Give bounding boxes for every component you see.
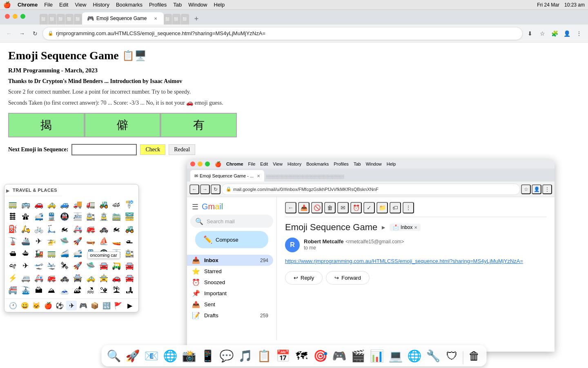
emoji-item[interactable]: 🚢 [20, 236, 31, 247]
dock-chrome[interactable]: 🌐 [406, 347, 423, 364]
menubar-help[interactable]: Help [214, 2, 225, 8]
address-bar[interactable]: 🔒 rjmprogramming.com.au/HTMLCSS/emoji_se… [42, 27, 523, 40]
emoji-item[interactable]: 🚏 [124, 199, 135, 210]
menubar-tab[interactable]: Tab [173, 2, 182, 8]
other-tab-2[interactable]: ⬜ [48, 14, 56, 25]
emoji-item[interactable]: 🛰 [59, 260, 70, 272]
emoji-item[interactable]: 🏞 [124, 285, 135, 296]
gmail-active-tab[interactable]: ✉ Emoji Sequence Game - ... ✕ [190, 170, 264, 182]
gmail-menubar-chrome[interactable]: Chrome [226, 162, 243, 166]
emoji-item[interactable]: 🚲 [33, 223, 45, 235]
emoji-item[interactable]: 🚈 [72, 211, 83, 222]
emoji-item[interactable]: 🛴 [46, 223, 57, 235]
new-tab-button[interactable]: + [191, 13, 202, 25]
emoji-item[interactable]: 🚔 [72, 272, 83, 284]
emoji-item[interactable]: 🚘 [124, 272, 135, 284]
emoji-item[interactable]: 🚉 [124, 248, 135, 259]
dock-launchpad[interactable]: 🚀 [124, 347, 141, 364]
dock-finder[interactable]: 🔍 [105, 347, 122, 364]
gmail-menubar-tab[interactable]: Tab [354, 162, 361, 166]
emoji-item[interactable]: 🚕 [85, 272, 96, 284]
emoji-item[interactable]: 🏝 [111, 285, 122, 296]
window-controls[interactable] [5, 14, 25, 19]
email-move-button[interactable]: 📁 [376, 202, 388, 213]
back-button[interactable]: ← [3, 28, 15, 39]
gmail-close-button[interactable] [190, 162, 195, 166]
emoji-item[interactable]: 🛸 [59, 236, 70, 247]
gmail-menubar-help[interactable]: Help [387, 162, 396, 166]
menubar-chrome[interactable]: Chrome [18, 2, 38, 8]
emoji-item[interactable]: 🚐 [20, 272, 31, 284]
category-smileys[interactable]: 😀 [20, 301, 31, 310]
dock-messages[interactable]: 💬 [218, 347, 235, 364]
emoji-item[interactable]: 🏔 [33, 285, 45, 296]
other-tab-8[interactable]: ⬜ [181, 14, 189, 25]
gmail-tab-close[interactable]: ✕ [257, 174, 260, 178]
email-label-button[interactable]: 🏷 [390, 202, 401, 213]
emoji-item[interactable]: 🏎 [111, 199, 122, 210]
email-mark-unread-button[interactable]: ✉ [337, 202, 349, 213]
gmail-menubar-window[interactable]: Window [366, 162, 382, 166]
dock-calendar[interactable]: 📅 [274, 347, 292, 364]
emoji-item[interactable]: 🚃 [46, 248, 57, 259]
close-button[interactable] [5, 14, 10, 19]
dock-app2[interactable]: 🎮 [331, 347, 348, 364]
sender-to[interactable]: to me [304, 245, 546, 251]
email-report-button[interactable]: 🚫 [311, 202, 323, 213]
emoji-item[interactable]: 🚑 [33, 272, 45, 284]
minimize-button[interactable] [13, 14, 18, 19]
emoji-item[interactable]: 🏖 [85, 285, 96, 296]
category-nature[interactable]: 🐱 [31, 301, 42, 310]
gmail-reload-button[interactable]: ↻ [211, 184, 220, 194]
emoji-item[interactable]: ⛵ [98, 236, 109, 247]
active-tab[interactable]: 🎮 Emoji Sequence Game ✕ [82, 12, 164, 25]
gmail-back-button[interactable]: ← [189, 184, 199, 194]
dock-app1[interactable]: 🎯 [312, 347, 329, 364]
gmail-menu-button[interactable]: ⋮ [542, 184, 552, 194]
emoji-item[interactable]: 🚄 [59, 248, 70, 259]
gmail-minimize-button[interactable] [198, 162, 203, 166]
emoji-item[interactable]: ⛰ [46, 285, 57, 296]
dock-mail[interactable]: 📧 [143, 347, 160, 364]
other-tab-5[interactable]: ⬜ [74, 14, 82, 25]
emoji-item[interactable]: 🚅 [33, 211, 45, 222]
emoji-item[interactable]: 🚀 [72, 260, 83, 272]
sidebar-drafts[interactable]: 📝 Drafts 259 [187, 310, 273, 321]
email-add-task-button[interactable]: ✓ [363, 202, 375, 213]
dock-safari[interactable]: 🌐 [162, 347, 179, 364]
menubar-window[interactable]: Window [188, 2, 207, 8]
emoji-item[interactable]: 🚁 [46, 236, 57, 247]
dock-reminders[interactable]: 📋 [256, 347, 273, 364]
reload-button[interactable]: ↻ [29, 28, 41, 39]
menubar-view[interactable]: View [75, 2, 86, 8]
emoji-item[interactable]: 🚃 [7, 199, 18, 210]
gmail-menubar-view[interactable]: View [273, 162, 283, 166]
extension-button[interactable]: 🧩 [549, 28, 560, 39]
bookmark-button[interactable]: ☆ [537, 28, 548, 39]
emoji-item[interactable]: 🛩 [7, 260, 18, 272]
emoji-picker-arrow[interactable]: ▶ [6, 188, 9, 193]
sidebar-important[interactable]: 📌 Important [187, 288, 273, 299]
other-tab-3[interactable]: ⬜ [57, 14, 65, 25]
dock-trash[interactable]: 🗑 [466, 347, 483, 364]
next-emoji-input[interactable] [71, 144, 137, 155]
category-travel[interactable]: ✈ [66, 301, 77, 310]
category-flags2[interactable]: 🚩 [113, 301, 124, 310]
emoji-item[interactable]: 🛸 [85, 260, 96, 272]
gmail-menubar-profiles[interactable]: Profiles [334, 162, 349, 166]
forward-button[interactable]: → [16, 28, 28, 39]
emoji-item[interactable]: 🚒 [85, 223, 96, 235]
emoji-item[interactable]: ⛴ [20, 248, 31, 259]
emoji-item[interactable]: 🚓 [98, 223, 109, 235]
menubar-file[interactable]: File [44, 2, 53, 8]
emoji-item[interactable]: 🛵 [20, 223, 31, 235]
emoji-item[interactable]: 🛶 [85, 236, 96, 247]
gmail-menubar-history[interactable]: History [287, 162, 301, 166]
profile-button[interactable]: 👤 [561, 28, 572, 39]
email-inbox-tag[interactable]: 📩 Inbox ✕ [390, 224, 421, 231]
emoji-item[interactable]: 🛳 [7, 248, 18, 259]
emoji-item[interactable]: 🚖 [98, 272, 109, 284]
other-tab-6[interactable]: ⬜ [164, 14, 172, 25]
dock-maps[interactable]: 🗺 [293, 347, 310, 364]
gmail-bookmark-button[interactable]: ☆ [521, 184, 531, 194]
